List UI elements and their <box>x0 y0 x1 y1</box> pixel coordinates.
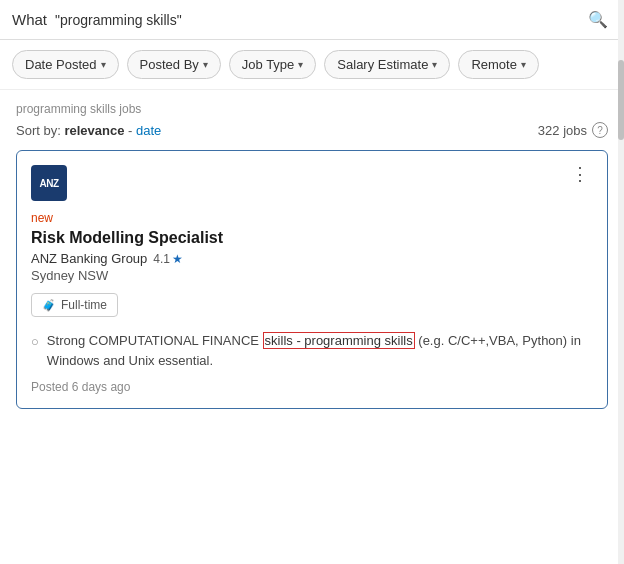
briefcase-icon: 🧳 <box>42 299 56 312</box>
chevron-down-icon: ▾ <box>101 59 106 70</box>
search-icon: 🔍 <box>588 11 608 28</box>
sort-row: Sort by: relevance - date 322 jobs ? <box>16 122 608 138</box>
sort-prefix: Sort by: <box>16 123 64 138</box>
scrollbar-thumb[interactable] <box>618 60 624 140</box>
sort-sep: - <box>124 123 136 138</box>
search-input[interactable] <box>55 12 584 28</box>
job-type-badge: 🧳 Full-time <box>31 293 118 317</box>
company-logo: ANZ <box>31 165 67 201</box>
rating-value: 4.1 <box>153 252 170 266</box>
job-location: Sydney NSW <box>31 268 593 283</box>
chevron-down-icon: ▾ <box>203 59 208 70</box>
snippet-highlight: skills - programming skills <box>263 332 415 349</box>
new-badge: new <box>31 211 593 225</box>
company-rating: 4.1 ★ <box>153 252 183 266</box>
sort-date-link[interactable]: date <box>136 123 161 138</box>
scrollbar-track[interactable] <box>618 0 624 564</box>
search-label: What <box>12 11 47 28</box>
job-card[interactable]: ANZ ⋮ new Risk Modelling Specialist ANZ … <box>16 150 608 409</box>
filter-bar: Date Posted ▾ Posted By ▾ Job Type ▾ Sal… <box>0 40 624 90</box>
jobs-count-text: 322 jobs <box>538 123 587 138</box>
snippet-text: Strong COMPUTATIONAL FINANCE skills - pr… <box>47 331 593 370</box>
main-content: programming skills jobs Sort by: relevan… <box>0 90 624 421</box>
company-name: ANZ Banking Group <box>31 251 147 266</box>
sort-options: Sort by: relevance - date <box>16 123 161 138</box>
more-options-button[interactable]: ⋮ <box>567 165 593 183</box>
search-button[interactable]: 🔍 <box>584 8 612 31</box>
snippet-before: Strong COMPUTATIONAL FINANCE <box>47 333 263 348</box>
more-icon: ⋮ <box>571 164 589 184</box>
chevron-down-icon: ▾ <box>432 59 437 70</box>
posted-date: Posted 6 days ago <box>31 380 593 394</box>
filter-remote[interactable]: Remote ▾ <box>458 50 539 79</box>
search-bar: What 🔍 <box>0 0 624 40</box>
filter-remote-label: Remote <box>471 57 517 72</box>
star-icon: ★ <box>172 252 183 266</box>
job-type-label: Full-time <box>61 298 107 312</box>
bullet-icon: ○ <box>31 332 39 352</box>
filter-posted-by-label: Posted By <box>140 57 199 72</box>
filter-job-type-label: Job Type <box>242 57 295 72</box>
job-card-header: ANZ ⋮ <box>31 165 593 201</box>
filter-salary-label: Salary Estimate <box>337 57 428 72</box>
job-company-row: ANZ Banking Group 4.1 ★ <box>31 251 593 266</box>
chevron-down-icon: ▾ <box>298 59 303 70</box>
help-icon[interactable]: ? <box>592 122 608 138</box>
breadcrumb: programming skills jobs <box>16 102 608 116</box>
sort-relevance[interactable]: relevance <box>64 123 124 138</box>
filter-date-posted-label: Date Posted <box>25 57 97 72</box>
job-snippet: ○ Strong COMPUTATIONAL FINANCE skills - … <box>31 331 593 370</box>
chevron-down-icon: ▾ <box>521 59 526 70</box>
filter-salary[interactable]: Salary Estimate ▾ <box>324 50 450 79</box>
job-title[interactable]: Risk Modelling Specialist <box>31 229 593 247</box>
filter-date-posted[interactable]: Date Posted ▾ <box>12 50 119 79</box>
filter-posted-by[interactable]: Posted By ▾ <box>127 50 221 79</box>
jobs-count: 322 jobs ? <box>538 122 608 138</box>
filter-job-type[interactable]: Job Type ▾ <box>229 50 317 79</box>
